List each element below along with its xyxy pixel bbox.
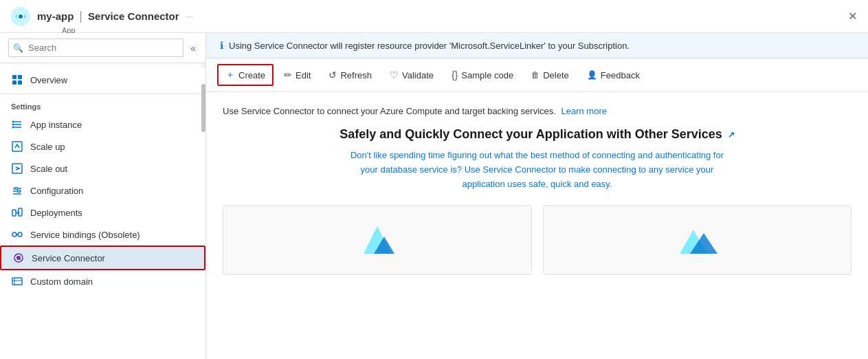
configuration-icon xyxy=(11,184,23,197)
settings-section-label: Settings xyxy=(0,94,205,113)
main-layout: 🔍 « Overview Settings xyxy=(0,33,868,359)
overview-label: Overview xyxy=(30,75,67,85)
feedback-button[interactable]: 👤 Feedback xyxy=(579,66,647,85)
sample-code-button[interactable]: {} Sample code xyxy=(444,65,521,85)
svg-rect-21 xyxy=(19,208,22,216)
validate-icon: ♡ xyxy=(390,69,399,80)
refresh-button[interactable]: ↺ Refresh xyxy=(321,65,379,85)
scale-out-icon xyxy=(11,162,23,175)
app-instance-icon xyxy=(11,118,23,131)
sidebar-item-overview[interactable]: Overview xyxy=(0,69,205,91)
sidebar-item-service-connector[interactable]: Service Connector xyxy=(0,246,205,270)
refresh-label: Refresh xyxy=(340,70,372,80)
service-connector-label: Service Connector xyxy=(32,253,105,263)
collapse-button[interactable]: « xyxy=(186,40,200,56)
sidebar-item-app-instance[interactable]: App instance xyxy=(0,113,205,135)
search-input[interactable] xyxy=(8,39,183,57)
overview-icon xyxy=(11,74,23,86)
sample-code-icon: {} xyxy=(452,69,458,80)
content-body: Use Service Connector to connect your Az… xyxy=(206,92,868,359)
feedback-label: Feedback xyxy=(601,70,640,80)
validate-button[interactable]: ♡ Validate xyxy=(382,65,441,85)
header: my-app | Service Connector ··· App ✕ xyxy=(0,0,868,33)
card-1 xyxy=(223,205,532,275)
external-link-icon: ↗ xyxy=(728,130,735,140)
sidebar-item-service-bindings[interactable]: Service bindings (Obsolete) xyxy=(0,224,205,246)
intro-text: Use Service Connector to connect your Az… xyxy=(223,106,852,116)
sidebar-item-scale-up[interactable]: Scale up xyxy=(0,135,205,157)
sidebar: 🔍 « Overview Settings xyxy=(0,33,206,359)
service-bindings-icon xyxy=(11,228,23,241)
delete-button[interactable]: 🗑 Delete xyxy=(524,66,577,85)
sidebar-nav: Overview Settings xyxy=(0,63,205,298)
create-button[interactable]: ＋ Create xyxy=(217,64,274,86)
learn-more-link[interactable]: Learn more xyxy=(561,106,606,116)
create-label: Create xyxy=(238,70,265,80)
svg-point-10 xyxy=(12,121,14,123)
app-name: my-app xyxy=(37,10,74,22)
svg-rect-19 xyxy=(18,191,20,193)
svg-point-12 xyxy=(12,127,14,129)
svg-rect-29 xyxy=(12,278,22,285)
delete-label: Delete xyxy=(543,70,569,80)
sidebar-scroll-area: Overview Settings xyxy=(0,63,205,359)
intro-static: Use Service Connector to connect your Az… xyxy=(223,106,556,116)
delete-icon: 🗑 xyxy=(531,70,539,80)
edit-label: Edit xyxy=(296,70,311,80)
create-icon: ＋ xyxy=(225,69,235,81)
svg-point-23 xyxy=(12,232,16,237)
svg-point-2 xyxy=(19,14,23,19)
hero-title-text: Safely and Quickly Connect your Applicat… xyxy=(340,127,722,142)
sidebar-item-deployments[interactable]: Deployments xyxy=(0,202,205,224)
edit-button[interactable]: ✏ Edit xyxy=(276,65,318,85)
content-area: ℹ Using Service Connector will register … xyxy=(206,33,868,359)
svg-rect-6 xyxy=(18,80,22,85)
scale-up-label: Scale up xyxy=(30,142,65,152)
hero-desc: Don't like spending time figuring out wh… xyxy=(345,149,730,191)
search-wrapper: 🔍 xyxy=(8,39,183,57)
refresh-icon: ↺ xyxy=(329,69,337,80)
scale-up-icon xyxy=(11,140,23,153)
svg-rect-20 xyxy=(12,210,16,216)
scale-out-label: Scale out xyxy=(30,164,67,174)
svg-rect-3 xyxy=(12,75,16,79)
svg-rect-13 xyxy=(12,142,22,151)
configuration-label: Configuration xyxy=(30,186,83,196)
card-2 xyxy=(543,205,852,275)
page-title: Service Connector xyxy=(88,10,179,22)
custom-domain-icon xyxy=(11,275,23,287)
validate-label: Validate xyxy=(402,70,434,80)
sidebar-item-scale-out[interactable]: Scale out xyxy=(0,157,205,180)
svg-rect-18 xyxy=(15,188,17,190)
cards-row xyxy=(223,205,852,275)
search-area: 🔍 « xyxy=(0,33,205,63)
feedback-icon: 👤 xyxy=(587,70,597,80)
header-more-dots[interactable]: ··· xyxy=(186,11,194,21)
app-instance-label: App instance xyxy=(30,120,82,130)
edit-icon: ✏ xyxy=(284,69,292,80)
header-separator: | xyxy=(79,9,82,23)
svg-line-28 xyxy=(15,254,22,261)
hero-title: Safely and Quickly Connect your Applicat… xyxy=(223,127,852,142)
scrollbar-track xyxy=(201,63,205,67)
svg-point-11 xyxy=(12,124,14,126)
info-bar-text: Using Service Connector will register re… xyxy=(229,41,630,51)
svg-rect-5 xyxy=(12,80,16,85)
svg-point-24 xyxy=(18,232,22,237)
hero-section: Safely and Quickly Connect your Applicat… xyxy=(223,127,852,275)
service-connector-icon xyxy=(12,252,25,264)
info-bar: ℹ Using Service Connector will register … xyxy=(206,33,868,58)
scrollbar-thumb[interactable] xyxy=(201,84,205,132)
deployments-icon xyxy=(11,206,23,219)
sample-code-label: Sample code xyxy=(461,70,513,80)
close-button[interactable]: ✕ xyxy=(848,10,857,23)
deployments-label: Deployments xyxy=(30,208,82,218)
header-left: my-app | Service Connector ··· App xyxy=(11,7,848,26)
sidebar-item-configuration[interactable]: Configuration xyxy=(0,180,205,202)
app-logo xyxy=(11,7,30,26)
svg-rect-4 xyxy=(18,75,22,79)
custom-domain-label: Custom domain xyxy=(30,276,93,287)
toolbar: ＋ Create ✏ Edit ↺ Refresh ♡ Validate {} xyxy=(206,58,868,92)
info-icon: ℹ xyxy=(220,40,223,51)
sidebar-item-custom-domain[interactable]: Custom domain xyxy=(0,270,205,292)
